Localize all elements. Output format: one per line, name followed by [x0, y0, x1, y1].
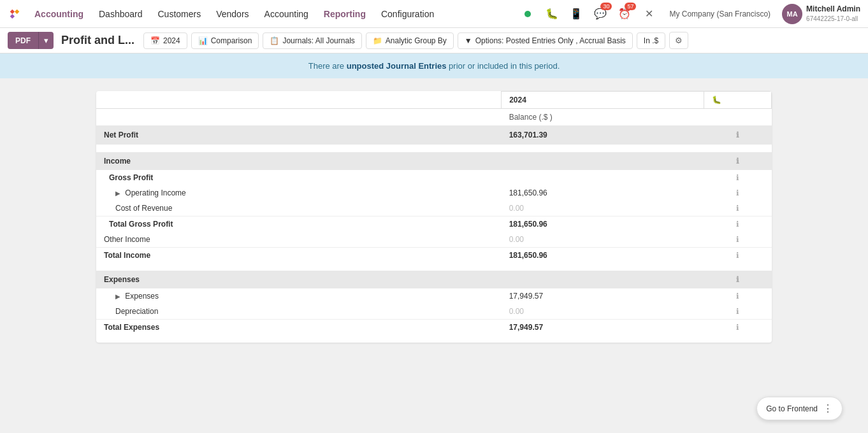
other-income-info-icon[interactable]: ℹ [736, 235, 739, 244]
settings-button[interactable]: ⚙ [669, 32, 688, 49]
other-income-label: Other Income [96, 232, 502, 248]
nav-icons-group: 🐛 📱 💬 30 ⏰ 57 ✕ My Company (San Francisc… [519, 4, 860, 24]
nav-accounting[interactable]: Accounting [28, 5, 90, 23]
analytic-filter-button[interactable]: 📁 Analytic Group By [366, 32, 454, 49]
expenses-label: Expenses [96, 271, 502, 288]
total-gross-profit-row: Total Gross Profit 181,650.96 ℹ [96, 216, 772, 232]
spacer-1 [96, 145, 772, 152]
currency-filter-label: In .$ [644, 36, 658, 45]
year-filter-button[interactable]: 📅 2024 [143, 32, 187, 49]
header-settings-icon[interactable]: 🐛 [704, 92, 772, 109]
operating-income-info-icon[interactable]: ℹ [736, 188, 739, 197]
total-gross-profit-info-icon[interactable]: ℹ [736, 220, 739, 229]
expenses-row: ▶ Expenses 17,949.57 ℹ [96, 288, 772, 304]
phone-icon[interactable]: 📱 [567, 5, 585, 23]
operating-income-label: ▶ Operating Income [96, 185, 502, 201]
expenses-info-icon[interactable]: ℹ [736, 275, 739, 284]
user-menu[interactable]: MA Mitchell Admin 67442225-17-0-all [782, 4, 860, 24]
total-gross-profit-amount: 181,650.96 [502, 216, 704, 232]
top-navigation: Accounting Dashboard Customers Vendors A… [0, 0, 868, 28]
gross-profit-label: Gross Profit [96, 170, 502, 185]
pdf-dropdown-button[interactable]: ▾ [38, 32, 54, 49]
income-info-icon[interactable]: ℹ [736, 157, 739, 166]
bug-icon[interactable]: 🐛 [543, 5, 561, 23]
other-income-amount: 0.00 [502, 232, 704, 248]
total-gross-profit-label: Total Gross Profit [96, 216, 502, 232]
net-profit-label: Net Profit [96, 125, 502, 145]
balance-label: Balance (.$ ) [502, 109, 704, 126]
user-code: 67442225-17-0-all [806, 15, 860, 23]
banner-text-after: prior or included in this period. [449, 61, 560, 71]
expenses-section-header: Expenses ℹ [96, 271, 772, 288]
expenses-row-info-icon[interactable]: ℹ [736, 292, 739, 301]
nav-configuration[interactable]: Configuration [375, 5, 440, 23]
journal-icon: 📋 [270, 36, 279, 45]
pdf-button-group: PDF ▾ [8, 32, 54, 49]
operating-income-amount: 181,650.96 [502, 185, 704, 201]
cost-of-revenue-row: Cost of Revenue 0.00 ℹ [96, 201, 772, 216]
company-selector[interactable]: My Company (San Francisco) [664, 7, 776, 21]
total-income-row: Total Income 181,650.96 ℹ [96, 248, 772, 264]
online-dot [524, 11, 531, 17]
activities-icon[interactable]: ⏰ 57 [616, 5, 633, 23]
options-filter-button[interactable]: ▼ Options: Posted Entries Only , Accrual… [458, 32, 633, 49]
journals-filter-label: Journals: All Journals [282, 36, 354, 45]
user-avatar: MA [782, 4, 802, 24]
currency-filter-button[interactable]: In .$ [637, 32, 665, 49]
expenses-row-amount: 17,949.57 [502, 288, 704, 304]
info-banner: There are unposted Journal Entries prior… [0, 53, 868, 78]
banner-text-before: There are [308, 61, 347, 71]
expenses-expand[interactable]: ▶ [115, 293, 120, 300]
gross-profit-info-icon[interactable]: ℹ [736, 173, 739, 182]
net-profit-info-icon[interactable]: ℹ [736, 131, 739, 139]
operating-income-expand[interactable]: ▶ [115, 190, 120, 197]
depreciation-row: Depreciation 0.00 ℹ [96, 304, 772, 320]
activities-badge: 57 [625, 3, 636, 10]
folder-icon: 📁 [373, 36, 382, 45]
calendar-icon: 📅 [150, 36, 160, 45]
total-income-info-icon[interactable]: ℹ [736, 251, 739, 260]
journals-filter-button[interactable]: 📋 Journals: All Journals [263, 32, 361, 49]
close-icon[interactable]: ✕ [640, 5, 658, 23]
pdf-button[interactable]: PDF [8, 32, 38, 49]
messages-icon[interactable]: 💬 30 [591, 5, 609, 23]
gross-profit-row: Gross Profit ℹ [96, 170, 772, 185]
company-name: My Company (San Francisco) [669, 10, 770, 18]
total-expenses-info-icon[interactable]: ℹ [736, 323, 739, 332]
go-to-frontend-button[interactable]: Go to Frontend ⋮ [756, 397, 843, 420]
nav-vendors[interactable]: Vendors [210, 5, 255, 23]
net-profit-amount: 163,701.39 [502, 125, 704, 145]
spacer-2 [96, 263, 772, 271]
comparison-filter-label: Comparison [211, 36, 252, 45]
nav-dashboard[interactable]: Dashboard [92, 5, 149, 23]
total-income-amount: 181,650.96 [502, 248, 704, 264]
spacer-3 [96, 335, 772, 343]
more-options-icon[interactable]: ⋮ [823, 402, 833, 415]
cost-of-revenue-amount: 0.00 [502, 201, 704, 216]
main-content: 2024 🐛 Balance (.$ ) Net Profit 163,701.… [0, 78, 868, 433]
nav-customers[interactable]: Customers [152, 5, 208, 23]
nav-reporting[interactable]: Reporting [317, 5, 372, 23]
report-container: 2024 🐛 Balance (.$ ) Net Profit 163,701.… [96, 91, 772, 343]
depreciation-amount: 0.00 [502, 304, 704, 320]
expenses-row-label: ▶ Expenses [96, 288, 502, 304]
total-income-label: Total Income [96, 248, 502, 264]
income-section-header: Income ℹ [96, 152, 772, 170]
user-name: Mitchell Admin [806, 4, 860, 15]
total-expenses-amount: 17,949.57 [502, 320, 704, 336]
depreciation-info-icon[interactable]: ℹ [736, 307, 739, 316]
report-table: 2024 🐛 Balance (.$ ) Net Profit 163,701.… [96, 91, 772, 343]
table-header-row: 2024 🐛 [96, 92, 772, 109]
unposted-entries-link[interactable]: unposted Journal Entries [347, 61, 447, 71]
nav-accounting[interactable]: Accounting [258, 5, 315, 23]
balance-header-row: Balance (.$ ) [96, 109, 772, 126]
status-indicator [519, 5, 537, 23]
app-logo[interactable] [8, 7, 22, 21]
cost-of-revenue-info-icon[interactable]: ℹ [736, 204, 739, 213]
options-filter-label: Options: Posted Entries Only , Accrual B… [475, 36, 626, 45]
user-info: Mitchell Admin 67442225-17-0-all [806, 4, 860, 23]
messages-badge: 30 [600, 3, 612, 10]
comparison-filter-button[interactable]: 📊 Comparison [191, 32, 259, 49]
go-frontend-label: Go to Frontend [766, 404, 818, 413]
total-expenses-label: Total Expenses [96, 320, 502, 336]
